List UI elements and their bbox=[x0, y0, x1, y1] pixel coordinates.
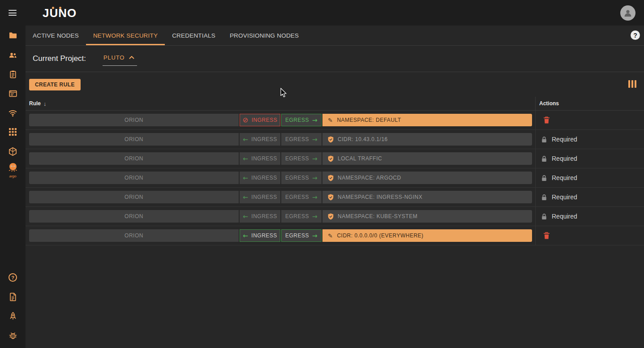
arrow-right-icon: → bbox=[312, 136, 318, 142]
shield-icon bbox=[328, 155, 334, 162]
rule-pill: ORION ⊘ INGRESS EGRESS → ✎ NAMESPACE: DE… bbox=[29, 114, 532, 126]
tab-network-security[interactable]: NETWORK SECURITY bbox=[86, 26, 165, 45]
rule-name-cell[interactable]: ORION bbox=[29, 114, 239, 126]
lock-icon bbox=[541, 194, 547, 201]
rule-row: ORION ← INGRESS EGRESS → NAMESPACE: ARGO… bbox=[26, 168, 644, 188]
target-chip: NAMESPACE: INGRESS-NGINX bbox=[322, 191, 532, 203]
main-content: ACTIVE NODES NETWORK SECURITY CREDENTIAL… bbox=[26, 26, 644, 348]
arrow-left-icon: ← bbox=[243, 175, 248, 181]
lock-icon bbox=[541, 136, 547, 143]
sort-descending-icon[interactable]: ↓ bbox=[43, 100, 47, 107]
rule-name-cell: ORION bbox=[29, 172, 239, 184]
target-chip[interactable]: ✎ CIDR: 0.0.0.0/0 (EVERYWHERE) bbox=[322, 229, 532, 242]
ingress-badge: ← INGRESS bbox=[240, 191, 280, 203]
folder-icon[interactable] bbox=[0, 31, 26, 40]
actions-cell: Required bbox=[535, 168, 644, 187]
shield-icon bbox=[328, 175, 334, 181]
actions-cell: Required bbox=[535, 207, 644, 226]
required-label: Required bbox=[552, 136, 577, 143]
lock-icon bbox=[541, 175, 547, 181]
argo-logo[interactable]: argo bbox=[0, 162, 26, 178]
chevron-up-icon bbox=[129, 56, 134, 59]
lock-icon bbox=[541, 213, 547, 220]
rocket-icon[interactable] bbox=[0, 312, 26, 321]
tab-active-nodes[interactable]: ACTIVE NODES bbox=[26, 26, 86, 45]
tab-provisioning-nodes[interactable]: PROVISIONING NODES bbox=[223, 26, 306, 45]
actions-cell: Required bbox=[535, 149, 644, 168]
ingress-badge: ← INGRESS bbox=[240, 172, 280, 184]
cluster-icon[interactable] bbox=[0, 147, 26, 156]
tab-bar: ACTIVE NODES NETWORK SECURITY CREDENTIAL… bbox=[26, 26, 644, 46]
shield-icon bbox=[328, 194, 334, 201]
clipboard-icon[interactable] bbox=[0, 70, 26, 79]
ingress-badge: ← INGRESS bbox=[240, 152, 280, 165]
rule-row: ORION ← INGRESS EGRESS → LOCAL TRAFFIC R… bbox=[26, 149, 644, 168]
top-app-bar: JUNO bbox=[0, 0, 644, 26]
argo-label: argo bbox=[7, 174, 19, 178]
delete-button[interactable] bbox=[543, 232, 550, 240]
create-rule-button[interactable]: CREATE RULE bbox=[29, 79, 81, 90]
project-select[interactable]: PLUTO bbox=[103, 52, 137, 66]
rule-cell: ORION ⊘ INGRESS EGRESS → ✎ NAMESPACE: DE… bbox=[26, 114, 535, 126]
rule-row: ORION ← INGRESS EGRESS → CIDR: 10.43.0.1… bbox=[26, 130, 644, 149]
arrow-right-icon: → bbox=[312, 155, 318, 162]
rule-row: ORION ⊘ INGRESS EGRESS → ✎ NAMESPACE: DE… bbox=[26, 111, 644, 130]
blocked-icon: ⊘ bbox=[243, 117, 249, 124]
arrow-right-icon: → bbox=[312, 175, 318, 181]
egress-badge: EGRESS → bbox=[281, 133, 322, 146]
egress-badge: EGRESS → bbox=[281, 172, 322, 184]
help-button[interactable]: ? bbox=[631, 30, 640, 40]
sidebar: argo ? bbox=[0, 26, 26, 348]
arrow-left-icon: ← bbox=[243, 136, 248, 142]
menu-icon[interactable] bbox=[9, 9, 17, 17]
actions-cell: Required bbox=[535, 130, 644, 149]
rule-row: ORION ← INGRESS EGRESS → NAMESPACE: KUBE… bbox=[26, 207, 644, 226]
arrow-right-icon: → bbox=[312, 232, 318, 239]
table-header: Rule ↓ Actions bbox=[26, 97, 644, 111]
arrow-right-icon: → bbox=[312, 117, 318, 123]
rule-name-cell: ORION bbox=[29, 152, 239, 165]
ingress-badge: ← INGRESS bbox=[240, 133, 280, 146]
project-row: Current Project: PLUTO bbox=[26, 46, 644, 72]
target-chip: NAMESPACE: KUBE-SYSTEM bbox=[322, 210, 532, 223]
column-selector-icon[interactable] bbox=[628, 80, 637, 88]
required-label: Required bbox=[552, 155, 577, 162]
rule-name-cell[interactable]: ORION bbox=[29, 229, 239, 242]
required-label: Required bbox=[552, 174, 577, 181]
target-chip: LOCAL TRAFFIC bbox=[322, 152, 532, 165]
catalog-icon[interactable] bbox=[0, 89, 26, 98]
egress-badge[interactable]: EGRESS → bbox=[281, 229, 322, 242]
rule-name-cell: ORION bbox=[29, 133, 239, 146]
delete-button[interactable] bbox=[543, 116, 550, 124]
logo-accent-dot bbox=[52, 7, 54, 9]
lock-icon bbox=[541, 155, 547, 162]
target-chip[interactable]: ✎ NAMESPACE: DEFAULT bbox=[322, 114, 532, 126]
edit-icon: ✎ bbox=[328, 233, 333, 239]
arrow-left-icon: ← bbox=[243, 232, 248, 239]
actions-cell: Required bbox=[535, 188, 644, 206]
shield-icon bbox=[328, 213, 334, 220]
edit-icon: ✎ bbox=[328, 117, 333, 123]
egress-badge[interactable]: EGRESS → bbox=[281, 114, 322, 126]
arrow-left-icon: ← bbox=[243, 155, 248, 162]
current-project-label: Current Project: bbox=[33, 54, 86, 63]
ingress-badge[interactable]: ⊘ INGRESS bbox=[240, 114, 280, 126]
help-icon[interactable]: ? bbox=[0, 273, 26, 282]
app-logo: JUNO bbox=[43, 7, 77, 19]
ingress-badge: ← INGRESS bbox=[240, 210, 280, 223]
actions-cell bbox=[535, 226, 644, 245]
bug-icon[interactable] bbox=[0, 331, 26, 340]
tab-credentials[interactable]: CREDENTIALS bbox=[165, 26, 223, 45]
target-chip: CIDR: 10.43.0.1/16 bbox=[322, 133, 532, 146]
users-icon[interactable] bbox=[0, 51, 26, 60]
wifi-icon[interactable] bbox=[0, 108, 26, 117]
apps-grid-icon[interactable] bbox=[0, 128, 26, 136]
ingress-badge[interactable]: ← INGRESS bbox=[240, 229, 280, 242]
logo-accent-dot bbox=[59, 7, 61, 9]
arrow-left-icon: ← bbox=[243, 213, 248, 219]
rule-name-cell: ORION bbox=[29, 191, 239, 203]
user-avatar[interactable] bbox=[620, 5, 635, 21]
arrow-right-icon: → bbox=[312, 194, 318, 200]
actions-cell bbox=[535, 111, 644, 129]
docs-icon[interactable] bbox=[0, 292, 26, 301]
